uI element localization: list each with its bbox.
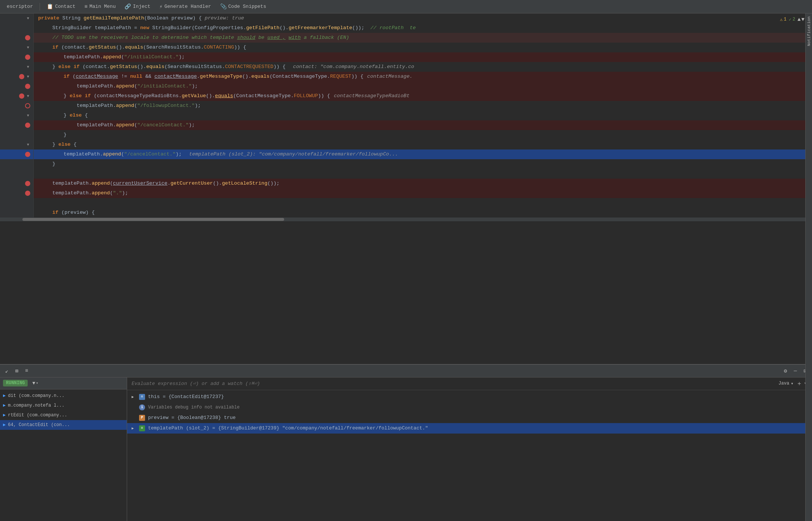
fold-arrow-9[interactable]: ▼ xyxy=(26,94,30,98)
line-gutter-12 xyxy=(0,120,34,130)
code-line-20 xyxy=(0,198,812,208)
line-content-13[interactable]: } xyxy=(34,130,812,140)
eval-lang-chevron[interactable]: ▾ xyxy=(791,381,793,386)
warn-icon: ⚠ xyxy=(780,17,782,22)
m-append-6: append xyxy=(92,179,110,188)
thread-label-2: m.company.notefa l... xyxy=(8,403,64,408)
contactmessage-ref: contactMessage xyxy=(76,73,118,81)
line-content-5[interactable]: templatePath. append ( "/initialContact.… xyxy=(34,52,812,62)
kw-else-if-2: else if xyxy=(70,92,94,100)
line-content-21[interactable]: if (preview) { xyxy=(34,208,812,218)
toolbar-main-menu[interactable]: ≡ Main Menu xyxy=(81,2,120,11)
code-if-3: (SearchResultStatus.CONTACTING)) { xyxy=(143,43,246,52)
line-content-10[interactable]: templatePath. append ( "/followupContact… xyxy=(34,101,812,111)
fold-arrow-14[interactable]: ▼ xyxy=(26,143,30,147)
nav-up-arrow[interactable]: ▲ xyxy=(797,16,800,22)
error-dot-15 xyxy=(25,152,30,157)
line-content-11[interactable]: } else { xyxy=(34,111,812,120)
code-append-6c: . xyxy=(167,179,170,188)
m-getmsgtype: getMessageType xyxy=(200,73,242,81)
error-dot-7 xyxy=(19,74,24,79)
str-cancel-1: "/cancelContact." xyxy=(137,121,189,129)
expand-templatepath[interactable]: ▶ xyxy=(132,426,136,431)
thread-item-2[interactable]: ▶ m.company.notefa l... xyxy=(0,401,127,410)
hint-radiobtn: contactMessageTypeRadioBt xyxy=(334,92,410,100)
toolbar-contact[interactable]: 📋 Contact xyxy=(43,2,79,11)
line-content-9[interactable]: } else if (contactMessageTypeRadioBtns. … xyxy=(34,91,812,101)
debug-table-btn[interactable]: ⊞ xyxy=(13,367,20,375)
line-content-8[interactable]: templatePath. append ( "/initialContact.… xyxy=(34,81,812,91)
debug-minimize-btn[interactable]: — xyxy=(791,367,799,374)
line-content-4[interactable]: if (contact. getStatus (). equals (Searc… xyxy=(34,43,812,52)
debug-restore-btn[interactable]: ↙ xyxy=(3,367,10,375)
hint-contact: contact: "com.company.notefall.entity.co xyxy=(293,63,414,71)
filter-button[interactable]: ▼ ▾ xyxy=(31,380,40,387)
line-content-18[interactable]: templatePath. append ( currentUserServic… xyxy=(34,179,812,188)
line-gutter-19 xyxy=(0,188,34,198)
fold-arrow-7[interactable]: ▼ xyxy=(26,75,30,79)
eval-add-btn[interactable]: ＋ xyxy=(796,380,802,388)
var-row-templatepath[interactable]: ▶ ≡ templatePath (slot_2) = {StringBuild… xyxy=(127,423,812,434)
scrollbar-thumb[interactable] xyxy=(22,218,284,221)
code-if-msg-4: . xyxy=(197,73,200,81)
expand-this[interactable]: ▶ xyxy=(132,395,136,399)
fold-arrow-1[interactable]: ▼ xyxy=(26,16,30,21)
line-content-14[interactable]: } else { xyxy=(34,140,812,149)
code-line-17 xyxy=(0,169,812,179)
fold-arrow-11[interactable]: ▼ xyxy=(26,114,30,118)
code-str-end-2: ); xyxy=(192,82,198,90)
code-if-msg-2: != xyxy=(118,73,130,81)
toolbar-separator-1 xyxy=(40,3,40,10)
inject-label: Inject xyxy=(133,4,150,9)
line-content-6[interactable]: } else if (contact. getStatus (). equals… xyxy=(34,62,812,72)
ok-count: 2 xyxy=(793,17,795,22)
method-getfmt: getFreemarkerTemplate xyxy=(289,24,352,32)
code-else-if-7: (). xyxy=(206,92,215,100)
var-row-this[interactable]: ▶ ≡ this = {ContactEdit@17237} xyxy=(127,392,812,402)
debug-settings-btn[interactable]: ⚙ xyxy=(782,367,789,375)
line-content-15[interactable]: templatePath. append ( "/cancelContact."… xyxy=(34,149,812,159)
toolbar-descriptor[interactable]: escriptor xyxy=(3,2,37,11)
code-str-5: ( xyxy=(121,150,124,158)
line-content-2[interactable]: StringBuilder templatePath = new StringB… xyxy=(34,23,812,33)
thread-item-4[interactable]: ▶ 64, ContactEdit (con... xyxy=(0,420,127,430)
toolbar-code-snippets[interactable]: 📎 Code Snippets xyxy=(216,2,270,11)
line-gutter-4: ▼ xyxy=(0,43,34,52)
line-content-7[interactable]: if ( contactMessage != null && contactMe… xyxy=(34,72,812,81)
m-equals-4: equals xyxy=(215,92,233,100)
fold-arrow-4[interactable]: ▼ xyxy=(26,46,30,50)
horizontal-scrollbar[interactable] xyxy=(0,218,812,221)
toolbar-inject[interactable]: 🔗 Inject xyxy=(121,2,154,11)
eval-input[interactable] xyxy=(132,381,775,386)
nav-down-arrow[interactable]: ▼ xyxy=(802,16,805,22)
line-gutter-17 xyxy=(0,169,34,179)
line-content-19[interactable]: templatePath. append ( "." ); xyxy=(34,188,812,198)
notification-label[interactable]: Notification xyxy=(807,16,811,46)
code-append-6: templatePath. xyxy=(52,179,92,188)
debug-list-btn[interactable]: ≡ xyxy=(23,367,30,374)
line-content-3[interactable]: // TODO use the receivers locale to dete… xyxy=(34,33,812,43)
thread-item-3[interactable]: ▶ rtEdit (com.company... xyxy=(0,410,127,420)
warn-count: 1 xyxy=(784,17,787,22)
line-content-12[interactable]: templatePath. append ( "/cancelContact."… xyxy=(34,120,812,130)
thread-item-1[interactable]: ▶ dit (com.company.n... xyxy=(0,391,127,401)
fold-arrow-6[interactable]: ▼ xyxy=(26,65,30,69)
generate-icon: ⚡ xyxy=(159,3,162,10)
m-equals-3: equals xyxy=(251,73,270,81)
eval-lang-label: Java xyxy=(778,381,789,386)
line-gutter-11: ▼ xyxy=(0,111,34,120)
code-preview-check: (preview) { xyxy=(61,209,95,217)
thread-icon-2: ▶ xyxy=(3,403,6,408)
var-row-preview[interactable]: P preview = {Boolean@17238} true xyxy=(127,413,812,423)
line-content-1[interactable]: private String getEmailTemplatePath ( Bo… xyxy=(34,13,812,23)
toolbar: escriptor 📋 Contact ≡ Main Menu 🔗 Inject… xyxy=(0,0,812,13)
error-dot-9 xyxy=(19,93,24,99)
toolbar-generate-handler[interactable]: ⚡ Generate Handler xyxy=(156,2,215,11)
line-content-16[interactable]: } xyxy=(34,159,812,169)
code-else-if-2: (contact. xyxy=(83,63,110,71)
eval-lang: Java ▾ xyxy=(778,381,793,386)
ok-badge: ✓ 2 xyxy=(789,17,795,22)
code-else-3: } xyxy=(52,141,58,149)
generate-handler-label: Generate Handler xyxy=(164,4,211,9)
descriptor-label: escriptor xyxy=(7,4,33,9)
